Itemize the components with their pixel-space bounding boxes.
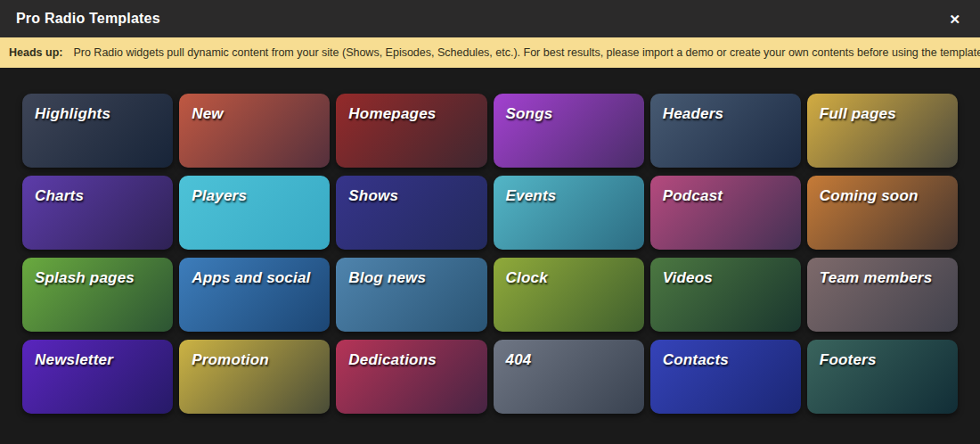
template-card[interactable]: Apps and social bbox=[179, 258, 330, 332]
template-card-label: Players bbox=[192, 187, 247, 204]
template-card-label: Events bbox=[506, 187, 557, 204]
template-card[interactable]: Splash pages bbox=[22, 258, 173, 332]
modal-title: Pro Radio Templates bbox=[16, 11, 160, 27]
template-card[interactable]: Podcast bbox=[650, 176, 801, 250]
template-card[interactable]: 404 bbox=[494, 340, 644, 414]
template-card[interactable]: Highlights bbox=[22, 94, 173, 168]
notice-banner: Heads up:Pro Radio widgets pull dynamic … bbox=[0, 37, 980, 68]
template-card[interactable]: Blog news bbox=[336, 258, 486, 332]
template-card[interactable]: Coming soon bbox=[807, 176, 958, 250]
template-card[interactable]: Shows bbox=[336, 176, 486, 250]
template-card-label: Highlights bbox=[35, 105, 110, 122]
template-card-label: Blog news bbox=[348, 269, 426, 286]
template-card[interactable]: Songs bbox=[494, 94, 644, 168]
template-card-label: Newsletter bbox=[35, 351, 113, 368]
template-card-label: Contacts bbox=[663, 351, 729, 368]
template-card-label: Apps and social bbox=[192, 269, 310, 286]
template-card-label: Videos bbox=[663, 269, 713, 286]
template-card[interactable]: Headers bbox=[650, 94, 801, 168]
template-card-label: Dedications bbox=[348, 351, 437, 368]
template-card-label: Shows bbox=[348, 187, 398, 204]
template-card[interactable]: Contacts bbox=[650, 340, 801, 414]
template-card-label: Splash pages bbox=[35, 269, 135, 286]
template-card[interactable]: Players bbox=[179, 176, 330, 250]
modal-header: Pro Radio Templates ✕ bbox=[0, 0, 980, 37]
template-card[interactable]: Homepages bbox=[336, 94, 486, 168]
template-card-label: Headers bbox=[663, 105, 724, 122]
template-card[interactable]: Events bbox=[494, 176, 644, 250]
template-card-label: Clock bbox=[506, 269, 548, 286]
template-card-label: New bbox=[192, 105, 224, 122]
template-card-label: Coming soon bbox=[820, 187, 919, 204]
template-card-label: Podcast bbox=[663, 187, 723, 204]
template-card[interactable]: Newsletter bbox=[22, 340, 173, 414]
template-card-label: Full pages bbox=[820, 105, 896, 122]
template-card[interactable]: Footers bbox=[807, 340, 958, 414]
template-card-label: Homepages bbox=[348, 105, 436, 122]
template-grid: Highlights New Homepages Songs Headers F… bbox=[22, 94, 958, 414]
template-card[interactable]: Full pages bbox=[807, 94, 958, 168]
template-card-label: 404 bbox=[506, 351, 532, 368]
template-card-label: Charts bbox=[35, 187, 84, 204]
template-card-label: Team members bbox=[820, 269, 933, 286]
template-card[interactable]: Videos bbox=[650, 258, 801, 332]
notice-text: Pro Radio widgets pull dynamic content f… bbox=[73, 46, 980, 59]
template-card-label: Songs bbox=[506, 105, 553, 122]
template-card[interactable]: Charts bbox=[22, 176, 173, 250]
template-card[interactable]: New bbox=[179, 94, 330, 168]
template-card[interactable]: Promotion bbox=[179, 340, 330, 414]
notice-lead: Heads up: bbox=[9, 46, 62, 59]
template-card[interactable]: Dedications bbox=[336, 340, 486, 414]
template-card[interactable]: Team members bbox=[807, 258, 958, 332]
template-card-label: Footers bbox=[820, 351, 877, 368]
close-icon[interactable]: ✕ bbox=[945, 9, 964, 29]
template-card[interactable]: Clock bbox=[494, 258, 644, 332]
template-card-label: Promotion bbox=[192, 351, 269, 368]
